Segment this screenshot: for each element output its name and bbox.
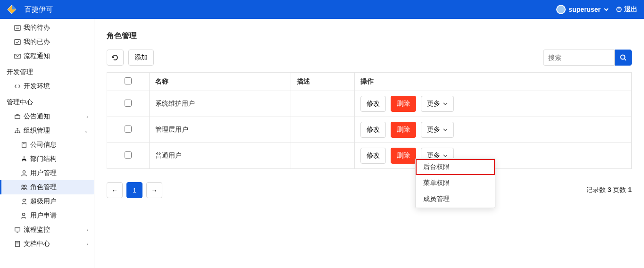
sidebar-label: 角色管理 [30,183,57,192]
sidebar-item-flow[interactable]: 流程监控 › [0,223,94,237]
list-icon [14,25,21,31]
svg-rect-9 [15,115,20,118]
more-button[interactable]: 更多 [421,96,454,112]
svg-point-11 [15,132,17,134]
logout-label: 退出 [624,5,637,14]
sidebar-item-super[interactable]: 超级用户 [0,194,94,209]
sidebar-label: 文档中心 [24,240,50,248]
delete-button[interactable]: 删除 [391,148,416,164]
sidebar-item-my-done[interactable]: 我的已办 [0,35,94,49]
sidebar-item-apply[interactable]: 用户申请 [0,209,94,223]
dropdown-item-member[interactable]: 成员管理 [416,191,495,207]
edit-button[interactable]: 修改 [360,122,386,138]
edit-button[interactable]: 修改 [360,96,386,112]
sitemap-icon [14,127,21,134]
code-icon [14,83,21,90]
sidebar-item-dev-env[interactable]: 开发环境 [0,79,94,93]
sidebar-label: 组织管理 [24,126,50,135]
svg-point-12 [17,132,18,134]
cell-desc [291,91,355,117]
user-icon [21,170,27,176]
sidebar-label: 我的待办 [24,24,50,32]
chevron-right-icon: › [86,241,88,247]
role-table: 名称 描述 操作 系统维护用户 修改 删除 更多 管理层用户 [107,72,632,169]
edit-button[interactable]: 修改 [360,148,386,164]
row-checkbox[interactable] [125,126,132,133]
sidebar-label: 用户申请 [30,211,57,220]
chevron-down-icon: ⌄ [84,128,88,134]
sidebar-label: 用户管理 [30,169,57,177]
svg-rect-4 [15,25,20,31]
svg-line-31 [625,59,626,60]
power-icon [616,6,622,13]
sidebar-item-dept[interactable]: 部门结构 [0,152,94,166]
cell-desc [291,143,355,169]
add-button[interactable]: 添加 [128,50,154,66]
sidebar-item-my-todo[interactable]: 我的待办 [0,21,94,35]
search-icon [619,54,627,61]
dropdown-item-backend[interactable]: 后台权限 [416,159,495,175]
app-name: 百捷伊可 [25,5,53,14]
page-prev[interactable]: ← [107,182,123,198]
sidebar-item-flow-notify[interactable]: 流程通知 [0,49,94,63]
app-header: 百捷伊可 superuser 退出 [0,0,644,19]
monitor-icon [14,226,21,233]
svg-rect-25 [15,228,20,231]
chevron-down-icon [443,101,448,106]
more-label: 更多 [427,100,440,108]
sidebar-label: 公司信息 [30,141,57,149]
more-label: 更多 [427,126,440,134]
user-menu[interactable]: superuser [556,5,609,14]
sidebar-label: 公告通知 [24,112,50,121]
sidebar-item-role[interactable]: 角色管理 [0,180,94,194]
sidebar-label: 部门结构 [30,155,57,163]
search-input[interactable] [543,50,615,66]
sidebar-item-company[interactable]: 公司信息 [0,138,94,152]
search-button[interactable] [615,50,632,66]
cell-desc [291,117,355,143]
chevron-right-icon: › [86,227,88,233]
row-checkbox[interactable] [125,100,132,107]
sidebar-item-announce[interactable]: 公告通知 › [0,109,94,124]
row-checkbox[interactable] [125,151,132,159]
more-dropdown: 后台权限 菜单权限 成员管理 [415,158,495,208]
records-label: 记录数 [586,186,606,193]
sidebar-label: 超级用户 [30,197,57,206]
users-icon [21,184,27,191]
page-number[interactable]: 1 [126,182,142,198]
table-row: 管理层用户 修改 删除 更多 [107,117,632,143]
pagination: ← 1 → [107,182,162,198]
more-button[interactable]: 更多 [421,122,454,138]
sidebar-item-user[interactable]: 用户管理 [0,166,94,180]
svg-rect-15 [23,143,24,144]
logo-icon [7,4,17,15]
sidebar-item-org[interactable]: 组织管理 ⌄ [0,124,94,138]
logo: 百捷伊可 [7,4,53,15]
svg-rect-14 [22,142,26,148]
chevron-down-icon [443,153,448,158]
admin-icon [21,198,27,205]
svg-point-20 [23,171,25,173]
svg-point-13 [19,132,21,134]
cell-name: 普通用户 [150,143,291,169]
select-all-checkbox[interactable] [125,77,132,84]
dropdown-item-menu[interactable]: 菜单权限 [416,175,495,191]
page-next[interactable]: → [146,182,162,198]
sidebar-group-dev: 开发管理 [0,63,94,79]
building-icon [21,142,27,148]
delete-button[interactable]: 删除 [391,96,416,112]
chevron-right-icon: › [86,114,88,119]
tree-icon [21,156,27,162]
briefcase-icon [14,113,21,120]
records-count: 3 [608,186,611,193]
chevron-down-icon [603,7,609,12]
user-plus-icon [21,212,27,219]
sidebar-item-doc[interactable]: 文档中心 › [0,237,94,251]
delete-button[interactable]: 删除 [391,122,416,138]
record-info: 记录数 3 页数 1 [586,186,632,194]
doc-icon [14,241,21,247]
col-desc-header: 描述 [291,73,355,91]
cell-name: 系统维护用户 [150,91,291,117]
refresh-button[interactable] [107,50,124,66]
logout-button[interactable]: 退出 [616,5,637,14]
